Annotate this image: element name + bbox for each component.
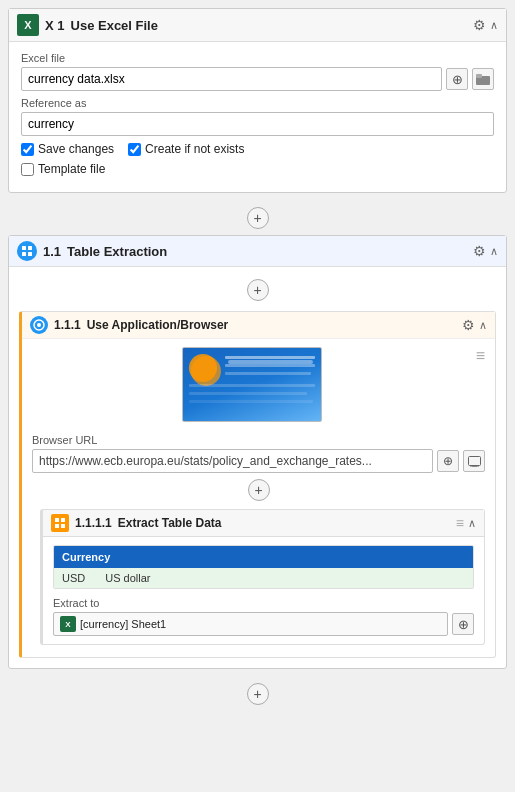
svg-rect-8 <box>468 456 480 465</box>
template-file-checkbox-item: Template file <box>21 162 105 176</box>
table-preview-header: Currency <box>54 546 473 568</box>
extract-table-id: 1.1.1.1 <box>75 516 112 530</box>
extract-table-header-right: ≡ ∧ <box>456 515 476 531</box>
add-step-btn-2[interactable]: + <box>247 279 269 301</box>
folder-btn[interactable] <box>472 68 494 90</box>
extract-to-value: [currency] Sheet1 <box>80 618 166 630</box>
table-extraction-header: 1.1 Table Extraction ⚙ ∧ <box>9 236 506 267</box>
use-app-body: ≡ Browser URL ⊕ <box>22 339 495 657</box>
browser-url-input[interactable] <box>32 449 433 473</box>
hamburger-icon: ≡ <box>476 347 485 364</box>
plus-circle-btn[interactable]: ⊕ <box>446 68 468 90</box>
add-step-btn-bottom[interactable]: + <box>247 683 269 705</box>
table-preview-row: USD US dollar <box>54 568 473 588</box>
checkbox-row-2: Template file <box>21 162 494 176</box>
folder-icon <box>476 73 490 85</box>
excel-icon-large: X <box>17 14 39 36</box>
svg-rect-2 <box>22 246 26 250</box>
extract-table-data-header-left: 1.1.1.1 Extract Table Data <box>51 514 222 532</box>
save-changes-checkbox[interactable] <box>21 143 34 156</box>
add-step-btn-1[interactable]: + <box>247 207 269 229</box>
file-label: Excel file <box>21 52 494 64</box>
template-file-checkbox[interactable] <box>21 163 34 176</box>
use-excel-file-title-text: Use Excel File <box>71 18 158 33</box>
svg-rect-13 <box>55 524 59 528</box>
url-plus-btn[interactable]: ⊕ <box>437 450 459 472</box>
table-extraction-gear-icon[interactable]: ⚙ <box>473 243 486 259</box>
use-app-header-right: ⚙ ∧ <box>462 317 487 333</box>
use-app-id: 1.1.1 <box>54 318 81 332</box>
table-extraction-title: Table Extraction <box>67 244 167 259</box>
browser-icon <box>30 316 48 334</box>
table-extraction-chevron-icon[interactable]: ∧ <box>490 245 498 258</box>
create-if-not-exists-checkbox-item: Create if not exists <box>128 142 244 156</box>
browser-url-row: ⊕ <box>32 449 485 473</box>
table-extraction-header-right: ⚙ ∧ <box>473 243 498 259</box>
use-app-gear-icon[interactable]: ⚙ <box>462 317 475 333</box>
table-preview: Currency USD US dollar <box>53 545 474 589</box>
screenshot-wrapper <box>32 347 472 430</box>
extract-x-icon: X <box>60 616 76 632</box>
table-row-col1: USD <box>62 572 85 584</box>
plus-btn-container-3: + <box>32 473 485 507</box>
extract-table-title: Extract Table Data <box>118 516 222 530</box>
gear-icon[interactable]: ⚙ <box>473 17 486 33</box>
browser-url-label: Browser URL <box>32 434 485 446</box>
use-app-card: 1.1.1 Use Application/Browser ⚙ ∧ <box>19 311 496 658</box>
use-excel-file-header-right: ⚙ ∧ <box>473 17 498 33</box>
plus-btn-container-2: + <box>19 273 496 307</box>
use-excel-file-header-left: X X 1 Use Excel File <box>17 14 158 36</box>
screenshot-thumbnail <box>182 347 322 422</box>
table-extraction-card: 1.1 Table Extraction ⚙ ∧ + <box>8 235 507 669</box>
url-screen-btn[interactable] <box>463 450 485 472</box>
extract-to-plus-btn[interactable]: ⊕ <box>452 613 474 635</box>
template-file-label: Template file <box>38 162 105 176</box>
hamburger-icon-container[interactable]: ≡ <box>472 347 485 365</box>
use-app-header-left: 1.1.1 Use Application/Browser <box>30 316 228 334</box>
use-app-title: Use Application/Browser <box>87 318 229 332</box>
table-row-col2: US dollar <box>105 572 150 584</box>
extract-to-input[interactable]: X [currency] Sheet1 <box>53 612 448 636</box>
extract-table-hamburger-icon[interactable]: ≡ <box>456 515 464 531</box>
svg-rect-14 <box>61 524 65 528</box>
reference-label: Reference as <box>21 97 494 109</box>
file-input-row: ⊕ <box>21 67 494 91</box>
svg-rect-10 <box>470 466 479 467</box>
svg-rect-9 <box>472 465 477 466</box>
create-if-not-exists-checkbox[interactable] <box>128 143 141 156</box>
screenshot-circle <box>189 354 217 382</box>
table-extraction-icon <box>17 241 37 261</box>
table-extraction-header-left: 1.1 Table Extraction <box>17 241 167 261</box>
reference-input[interactable] <box>21 112 494 136</box>
use-app-header: 1.1.1 Use Application/Browser ⚙ ∧ <box>22 312 495 339</box>
plus-btn-container-1: + <box>8 201 507 235</box>
screenshot-container: ≡ <box>32 347 485 430</box>
extract-table-icon <box>51 514 69 532</box>
use-excel-file-body: Excel file ⊕ Reference as <box>9 42 506 192</box>
table-extraction-id: 1.1 <box>43 244 61 259</box>
table-extraction-body: + 1.1.1 Use Application/Browser <box>9 267 506 668</box>
create-if-not-exists-label: Create if not exists <box>145 142 244 156</box>
plus-btn-container-bottom: + <box>8 677 507 711</box>
use-excel-file-title: X 1 <box>45 18 65 33</box>
use-app-chevron-icon[interactable]: ∧ <box>479 319 487 332</box>
extract-table-data-card: 1.1.1.1 Extract Table Data ≡ ∧ <box>40 509 485 645</box>
extract-table-data-header: 1.1.1.1 Extract Table Data ≡ ∧ <box>43 510 484 537</box>
use-excel-file-card: X X 1 Use Excel File ⚙ ∧ Excel file ⊕ <box>8 8 507 193</box>
svg-rect-3 <box>28 246 32 250</box>
reference-input-row <box>21 112 494 136</box>
extract-to-row: X [currency] Sheet1 ⊕ <box>53 612 474 636</box>
extract-table-data-body: Currency USD US dollar Extract to <box>43 537 484 644</box>
extract-table-chevron-icon[interactable]: ∧ <box>468 517 476 530</box>
svg-rect-12 <box>61 518 65 522</box>
file-input[interactable] <box>21 67 442 91</box>
svg-point-7 <box>37 323 41 327</box>
svg-rect-4 <box>22 252 26 256</box>
svg-rect-1 <box>476 74 482 78</box>
svg-rect-11 <box>55 518 59 522</box>
use-excel-file-header: X X 1 Use Excel File ⚙ ∧ <box>9 9 506 42</box>
chevron-up-icon[interactable]: ∧ <box>490 19 498 32</box>
save-changes-checkbox-item: Save changes <box>21 142 114 156</box>
save-changes-label: Save changes <box>38 142 114 156</box>
add-step-btn-3[interactable]: + <box>248 479 270 501</box>
